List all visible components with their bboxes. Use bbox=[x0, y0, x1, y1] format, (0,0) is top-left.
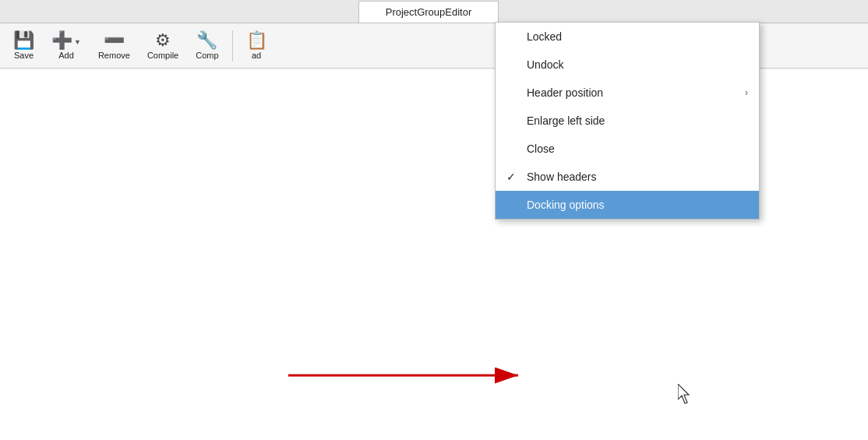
header-position-submenu-arrow: › bbox=[745, 87, 748, 98]
remove-label: Remove bbox=[98, 51, 130, 60]
enlarge-label: Enlarge left side bbox=[527, 114, 605, 127]
save-label: Save bbox=[14, 51, 34, 60]
header-position-label: Header position bbox=[527, 86, 603, 99]
compile-icon: ⚙ bbox=[155, 32, 171, 49]
locked-label: Locked bbox=[527, 30, 562, 43]
close-label: Close bbox=[527, 143, 555, 155]
add-button[interactable]: ➕ ▼ Add bbox=[44, 28, 88, 64]
undock-label: Undock bbox=[527, 58, 563, 71]
menu-item-locked[interactable]: Locked bbox=[496, 23, 759, 51]
show-headers-label: Show headers bbox=[527, 171, 597, 183]
compile-button[interactable]: ⚙ Compile bbox=[140, 28, 185, 64]
ad-partial-label: ad bbox=[252, 51, 261, 60]
remove-button[interactable]: ➖ Remove bbox=[91, 28, 137, 64]
red-arrow-annotation bbox=[288, 360, 530, 393]
remove-icon: ➖ bbox=[104, 32, 125, 49]
show-headers-checkmark: ✓ bbox=[506, 171, 516, 183]
ad-partial-button[interactable]: 📋 ad bbox=[239, 28, 274, 64]
menu-item-close[interactable]: Close bbox=[496, 135, 759, 163]
svg-marker-2 bbox=[678, 384, 689, 403]
tab-bar: ProjectGroupEditor bbox=[0, 0, 868, 23]
add-label: Add bbox=[58, 51, 74, 60]
add-dropdown-arrow[interactable]: ▼ bbox=[74, 38, 81, 46]
save-button[interactable]: 💾 Save bbox=[6, 28, 41, 64]
save-icon: 💾 bbox=[13, 32, 34, 49]
ad-icon: 📋 bbox=[246, 32, 267, 49]
toolbar-separator bbox=[232, 30, 233, 62]
docking-options-label: Docking options bbox=[527, 199, 605, 211]
comp-icon: 🔧 bbox=[196, 32, 217, 49]
context-menu: Locked Undock Header position › Enlarge … bbox=[495, 22, 760, 220]
tab-title: ProjectGroupEditor bbox=[386, 6, 472, 18]
comp-partial-button[interactable]: 🔧 Comp bbox=[189, 28, 225, 64]
compile-label: Compile bbox=[147, 51, 178, 60]
menu-item-undock[interactable]: Undock bbox=[496, 51, 759, 79]
menu-item-header-position[interactable]: Header position › bbox=[496, 79, 759, 107]
project-group-editor-tab[interactable]: ProjectGroupEditor bbox=[358, 1, 499, 23]
mouse-cursor bbox=[678, 384, 693, 410]
add-icon: ➕ bbox=[51, 32, 72, 49]
menu-item-show-headers[interactable]: ✓ Show headers bbox=[496, 163, 759, 191]
comp-partial-label: Comp bbox=[196, 51, 218, 60]
menu-item-docking-options[interactable]: Docking options bbox=[496, 191, 759, 219]
menu-item-enlarge-left-side[interactable]: Enlarge left side bbox=[496, 107, 759, 135]
